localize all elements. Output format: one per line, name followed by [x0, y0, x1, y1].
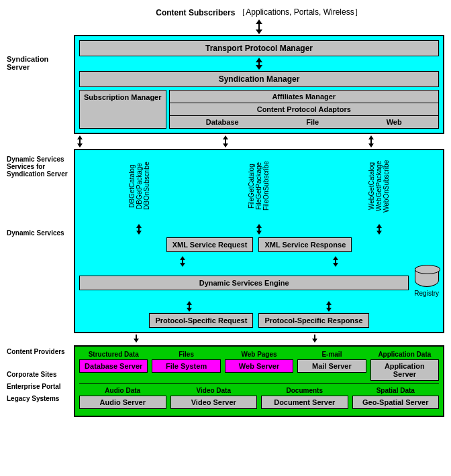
dynamic-services-block: DBGetCatalog DBGetPackage DBOnSubscribe … [74, 149, 444, 333]
document-server-col: Documents Document Server [261, 387, 348, 409]
subscription-manager-box: Subscription Manager [79, 90, 166, 129]
file-system-col: Files File System [152, 351, 220, 381]
file-getcatalog-col: FileGetCatalog FileGetPackage FileOnSubs… [248, 154, 270, 218]
database-label: Database [206, 118, 239, 126]
file-system-box: File System [152, 359, 220, 373]
affiliates-manager-bar: Affiliates Manager [170, 91, 438, 103]
web-server-box: Web Server [225, 359, 293, 373]
audio-server-col: Audio Data Audio Server [79, 387, 166, 409]
video-server-box: Video Server [170, 396, 258, 409]
arrow-down-1 [256, 29, 262, 34]
xml-request-box: XML Service Request [166, 237, 254, 252]
protocol-request-box: Protocol-Specific Request [149, 313, 253, 328]
db-getcatalog-col: DBGetCatalog DBGetPackage DBOnSubscribe [128, 154, 150, 218]
content-protocol-bar: Content Protocol Adaptors [170, 103, 438, 116]
mail-server-col: E-mail Mail Server [297, 351, 366, 381]
xml-response-box: XML Service Response [258, 237, 352, 252]
enterprise-portal-label: Enterprise Portal [7, 383, 70, 390]
dse-box: Dynamic Services Engine [79, 276, 409, 290]
dynamic-services-label: Dynamic Services [7, 229, 70, 237]
transport-protocol-bar: Transport Protocol Manager [79, 40, 439, 56]
registry-shape: Registry [414, 268, 439, 297]
document-server-box: Document Server [261, 396, 348, 409]
file-label: File [306, 118, 319, 126]
geo-spatial-server-box: Geo-Spatial Server [352, 396, 440, 409]
geo-spatial-server-col: Spatial Data Geo-Spatial Server [352, 387, 440, 409]
web-label: Web [387, 118, 402, 126]
applications-label: ［Applications, Portals, Wireless］ [238, 7, 362, 18]
affiliates-content-block: Affiliates Manager Content Protocol Adap… [169, 90, 439, 129]
app-server-col: Application Data Application Server [370, 351, 439, 381]
video-server-col: Video Data Video Server [170, 387, 258, 409]
corporate-sites-label: Corporate Sites [7, 371, 70, 378]
app-server-box: Application Server [370, 359, 439, 381]
mail-server-box: Mail Server [297, 359, 366, 373]
syndication-server-block: Transport Protocol Manager Syndication M… [74, 35, 444, 134]
protocol-response-box: Protocol-Specific Response [258, 313, 368, 328]
database-server-col: Structured Data Database Server [79, 351, 148, 381]
dynamic-services-syndication-label: Dynamic Services Services for Syndicatio… [7, 156, 70, 178]
content-providers-section: Structured Data Database Server Files Fi… [74, 345, 444, 417]
content-providers-label: Content Providers [7, 348, 70, 355]
content-subscribers-label: Content Subscribers [156, 8, 235, 17]
web-server-col: Web Pages Web Server [225, 351, 293, 381]
syndication-manager-bar: Syndication Manager [79, 71, 439, 87]
web-getcatalog-col: WebGetCatalog WebGetPackage WebOnSubscri… [368, 154, 390, 218]
database-server-box: Database Server [79, 359, 148, 373]
audio-server-box: Audio Server [79, 396, 166, 409]
syndication-server-label: Syndication Server [7, 55, 70, 71]
legacy-systems-label: Legacy Systems [7, 395, 70, 402]
arrow-up-1 [256, 19, 262, 24]
